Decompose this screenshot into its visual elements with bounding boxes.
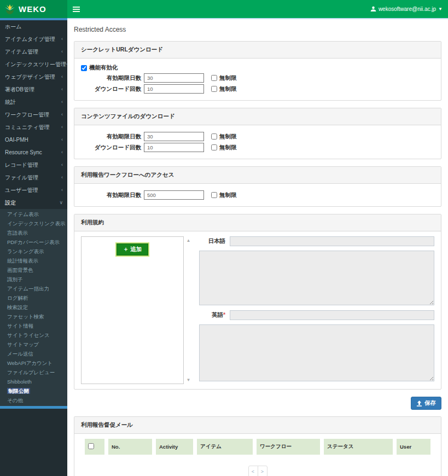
submenu-item-facet-search[interactable]: ファセット検索 — [0, 312, 67, 321]
chevron-left-icon: ‹ — [61, 111, 63, 118]
top-bar: WEKO wekosoftware@nii.ac.jp ▼ — [0, 0, 448, 18]
sidebar-item-statistics[interactable]: 統計‹ — [0, 96, 67, 108]
next-page-button[interactable]: > — [258, 466, 267, 476]
terms-of-use-panel: 利用規約 ＋追加 ▲ ▼ 日本語 英語* — [74, 214, 441, 390]
reminder-mail-panel: 利用報告督促メール No. Activity アイテム ワークフロー ステータス… — [74, 416, 441, 476]
add-term-button[interactable]: ＋追加 — [117, 243, 149, 256]
panel-title: 利用報告ワークフローへのアクセス — [74, 167, 441, 184]
unlimited-option: 無制限 — [211, 191, 237, 199]
submenu-item-index-link-display[interactable]: インデックスリンク表示 — [0, 219, 67, 228]
submenu-item-identifier[interactable]: 識別子 — [0, 275, 67, 284]
submenu-item-others[interactable]: その他 — [0, 396, 67, 405]
download-count-input[interactable] — [144, 143, 204, 152]
panel-title: シークレットURLダウンロード — [74, 42, 441, 59]
pagination: <> — [81, 466, 434, 476]
sidebar-item-community-mgmt[interactable]: コミュニティ管理‹ — [0, 121, 67, 133]
sidebar-item-workflow-mgmt[interactable]: ワークフロー管理‹ — [0, 108, 67, 121]
scroll-up-icon[interactable]: ▲ — [187, 238, 191, 243]
submenu-item-site-license[interactable]: サイトライセンス — [0, 330, 67, 340]
submenu-item-language-display[interactable]: 言語表示 — [0, 228, 67, 237]
resize-handle-icon[interactable] — [428, 299, 433, 304]
enable-feature-checkbox[interactable] — [81, 65, 87, 71]
chevron-left-icon: ‹ — [61, 48, 63, 55]
page-title: Restricted Access — [74, 26, 441, 33]
submenu-item-pdf-cover-display[interactable]: PDFカバーページ表示 — [0, 237, 67, 247]
chevron-down-icon: ∨ — [59, 199, 63, 206]
resize-handle-icon[interactable] — [428, 375, 433, 380]
submenu-item-sitemap[interactable]: サイトマップ — [0, 340, 67, 349]
download-count-label: ダウンロード回数 — [81, 85, 141, 93]
panel-title: 利用報告督促メール — [74, 417, 441, 434]
english-label: 英語* — [199, 311, 225, 319]
expiration-days-input[interactable] — [144, 132, 204, 141]
enable-feature-label: 機能有効化 — [89, 64, 118, 72]
col-item: アイテム — [197, 439, 253, 455]
submenu-item-stats-info-display[interactable]: 統計情報表示 — [0, 256, 67, 265]
unlimited-checkbox[interactable] — [211, 86, 217, 92]
submenu-item-mail-send[interactable]: メール送信 — [0, 349, 67, 358]
usage-report-access-panel: 利用報告ワークフローへのアクセス 有効期限日数 無制限 — [74, 166, 441, 207]
sidebar-item-webdesign-mgmt[interactable]: ウェブデザイン管理‹ — [0, 71, 67, 83]
chevron-left-icon: ‹ — [61, 161, 63, 169]
submenu-item-log-analysis[interactable]: ログ解析 — [0, 293, 67, 303]
secret-url-download-panel: シークレットURLダウンロード 機能有効化 有効期限日数 無制限 ダウンロード回… — [74, 41, 441, 101]
submenu-item-item-display[interactable]: アイテム表示 — [0, 210, 67, 219]
main-content: Restricted Access シークレットURLダウンロード 機能有効化 … — [67, 18, 448, 476]
sidebar-item-settings[interactable]: 設定∨ — [0, 196, 67, 209]
sidebar-item-oai-pmh[interactable]: OAI-PMH‹ — [0, 133, 67, 146]
prev-page-button[interactable]: < — [248, 466, 258, 476]
submenu-item-bulk-export[interactable]: アイテム一括出力 — [0, 284, 67, 293]
chevron-left-icon: ‹ — [61, 187, 63, 194]
brand-logo[interactable]: WEKO — [0, 0, 67, 18]
unlimited-checkbox[interactable] — [211, 144, 217, 150]
expiration-days-label: 有効期限日数 — [81, 191, 141, 199]
plus-icon: ＋ — [123, 246, 129, 253]
upload-save-icon — [416, 400, 422, 407]
settings-submenu: アイテム表示 インデックスリンク表示 言語表示 PDFカバーページ表示 ランキン… — [0, 209, 67, 406]
submenu-item-site-info[interactable]: サイト情報 — [0, 321, 67, 330]
submenu-item-bg-color[interactable]: 画面背景色 — [0, 265, 67, 275]
sidebar-item-record-mgmt[interactable]: レコード管理‹ — [0, 159, 67, 171]
sidebar-item-item-mgmt[interactable]: アイテム管理‹ — [0, 45, 67, 58]
chevron-left-icon: ‹ — [61, 36, 63, 43]
content-file-download-panel: コンテンツファイルのダウンロード 有効期限日数 無制限 ダウンロード回数 無制限 — [74, 108, 441, 159]
sidebar-item-user-mgmt[interactable]: ユーザー管理‹ — [0, 184, 67, 196]
col-activity: Activity — [156, 439, 193, 455]
expiration-days-input[interactable] — [144, 190, 204, 200]
submenu-item-restricted-access[interactable]: 制限公開 — [0, 386, 67, 396]
hamburger-menu-icon[interactable] — [73, 7, 80, 12]
sidebar-item-indextree-mgmt[interactable]: インデックスツリー管理‹ — [0, 58, 67, 71]
japanese-title-input — [230, 236, 434, 246]
download-count-input[interactable] — [144, 84, 204, 94]
sidebar-item-itemtype-mgmt[interactable]: アイテムタイプ管理‹ — [0, 33, 67, 45]
terms-list-scrollbar[interactable]: ▲ ▼ — [184, 236, 193, 384]
sidebar-bottom-accent-bar — [0, 406, 67, 409]
sidebar-item-file-mgmt[interactable]: ファイル管理‹ — [0, 171, 67, 184]
unlimited-option: 無制限 — [211, 85, 237, 93]
panel-title: 利用規約 — [74, 214, 441, 231]
sidebar-item-authordb-mgmt[interactable]: 著者DB管理‹ — [0, 83, 67, 96]
user-menu[interactable]: wekosoftware@nii.ac.jp ▼ — [370, 6, 443, 12]
download-count-row: ダウンロード回数 無制限 — [81, 143, 434, 152]
expiration-days-row: 有効期限日数 無制限 — [81, 73, 434, 83]
terms-list[interactable]: ＋追加 — [81, 236, 184, 384]
submenu-item-shibboleth[interactable]: Shibboleth — [0, 377, 67, 386]
unlimited-checkbox[interactable] — [211, 192, 217, 198]
chevron-left-icon: ‹ — [66, 61, 68, 68]
caret-down-icon: ▼ — [438, 7, 443, 11]
weko-flower-icon — [4, 4, 16, 15]
save-button[interactable]: 保存 — [411, 397, 441, 410]
unlimited-checkbox[interactable] — [211, 133, 217, 140]
unlimited-checkbox[interactable] — [211, 75, 217, 81]
submenu-item-ranking-display[interactable]: ランキング表示 — [0, 247, 67, 256]
submenu-item-search-settings[interactable]: 検索設定 — [0, 303, 67, 312]
sidebar-item-resource-sync[interactable]: Resource Sync‹ — [0, 146, 67, 159]
sidebar-item-home[interactable]: ホーム — [0, 20, 67, 33]
submenu-item-file-preview[interactable]: ファイルプレビュー — [0, 368, 67, 377]
reminder-mail-table: No. Activity アイテム ワークフロー ステータス User — [81, 439, 434, 455]
select-all-checkbox[interactable] — [88, 443, 94, 449]
col-user: User — [397, 439, 430, 455]
scroll-down-icon[interactable]: ▼ — [187, 378, 191, 382]
expiration-days-input[interactable] — [144, 73, 204, 83]
submenu-item-webapi-account[interactable]: WebAPIアカウント — [0, 358, 67, 368]
